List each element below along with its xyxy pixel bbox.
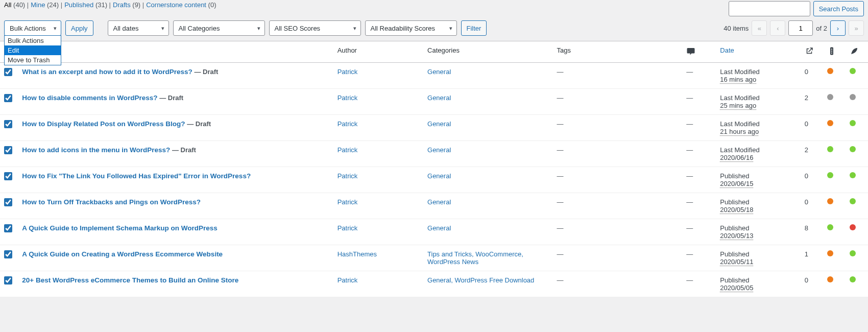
links-count: 0 [805, 276, 808, 284]
table-row: A Quick Guide to Implement Schema Markup… [0, 219, 868, 245]
comments-value: — [686, 198, 693, 206]
post-title-link[interactable]: A Quick Guide to Implement Schema Markup… [22, 224, 218, 232]
comments-value: — [686, 94, 693, 102]
row-checkbox[interactable] [4, 120, 12, 128]
category-link[interactable]: General [427, 120, 451, 128]
apply-button[interactable]: Apply [65, 20, 93, 36]
date-value: 2020/06/15 [720, 180, 753, 187]
date-status: Published [720, 224, 749, 232]
chevron-down-icon: ▾ [353, 25, 356, 32]
seo-score-dot [827, 94, 833, 100]
current-page-input[interactable] [788, 20, 813, 36]
author-link[interactable]: Patrick [337, 198, 358, 206]
column-seo-score[interactable] [823, 41, 846, 63]
bulk-option-edit[interactable]: Edit [5, 45, 61, 55]
seo-filter-select[interactable]: All SEO Scores▾ [269, 20, 361, 36]
readability-score-dot [850, 198, 856, 204]
tags-value: — [557, 146, 564, 154]
date-status: Last Modified [720, 68, 759, 76]
category-link[interactable]: General, WordPress Free Download [427, 276, 534, 284]
feather-icon [850, 46, 859, 56]
author-link[interactable]: Patrick [337, 68, 358, 76]
post-title-link[interactable]: How to disable comments in WordPress? [22, 94, 157, 102]
table-row: 20+ Best WordPress eCommerce Themes to B… [0, 271, 868, 297]
column-readability-score[interactable] [846, 41, 868, 63]
filter-published[interactable]: Published (31) [64, 1, 107, 9]
author-link[interactable]: Patrick [337, 276, 358, 284]
row-checkbox[interactable] [4, 276, 12, 284]
post-title-link[interactable]: How to Display Related Post on WordPress… [22, 120, 185, 128]
readability-score-dot [850, 224, 856, 230]
post-title-link[interactable]: How to Fix "The Link You Followed Has Ex… [22, 172, 251, 180]
row-checkbox[interactable] [4, 198, 12, 206]
column-outgoing-links[interactable] [801, 41, 823, 63]
author-link[interactable]: Patrick [337, 120, 358, 128]
category-link[interactable]: General [427, 146, 451, 154]
filter-cornerstone[interactable]: Cornerstone content (0) [146, 1, 216, 9]
column-comments[interactable] [682, 41, 716, 63]
row-checkbox[interactable] [4, 94, 12, 102]
search-input[interactable] [729, 1, 810, 16]
category-link[interactable]: General [427, 68, 451, 76]
bulk-actions-select[interactable]: Bulk Actions▾ Bulk Actions Edit Move to … [4, 20, 61, 36]
page-next-button[interactable]: › [830, 20, 846, 36]
tags-value: — [557, 68, 564, 76]
filter-mine[interactable]: Mine (24) [31, 1, 59, 9]
post-title-link[interactable]: What is an excerpt and how to add it to … [22, 68, 192, 76]
date-status: Last Modified [720, 120, 759, 128]
chevron-down-icon: ▾ [161, 25, 164, 32]
traffic-light-icon [827, 46, 836, 56]
seo-score-dot [827, 120, 833, 126]
bulk-option-default[interactable]: Bulk Actions [5, 36, 61, 45]
post-title-link[interactable]: 20+ Best WordPress eCommerce Themes to B… [22, 276, 238, 284]
row-checkbox[interactable] [4, 224, 12, 232]
status-filters: All (40) | Mine (24) | Published (31) | … [4, 1, 216, 9]
post-title-link[interactable]: A Quick Guide on Creating a WordPress Ec… [22, 250, 223, 258]
tags-value: — [557, 198, 564, 206]
post-state: — Draft [192, 68, 219, 76]
readability-score-dot [850, 146, 856, 152]
author-link[interactable]: HashThemes [337, 250, 377, 258]
column-categories[interactable]: Categories [423, 41, 553, 63]
bulk-option-trash[interactable]: Move to Trash [5, 55, 61, 65]
column-author[interactable]: Author [333, 41, 423, 63]
category-link[interactable]: General [427, 198, 451, 206]
row-checkbox[interactable] [4, 68, 12, 76]
date-filter-select[interactable]: All dates▾ [108, 20, 169, 36]
author-link[interactable]: Patrick [337, 172, 358, 180]
readability-filter-select[interactable]: All Readability Scores▾ [365, 20, 457, 36]
category-filter-select[interactable]: All Categories▾ [173, 20, 265, 36]
seo-score-dot [827, 276, 833, 282]
comment-icon [686, 46, 695, 56]
category-link[interactable]: Tips and Tricks, WooCommerce, WordPress … [427, 250, 523, 266]
date-status: Last Modified [720, 94, 759, 102]
author-link[interactable]: Patrick [337, 224, 358, 232]
row-checkbox[interactable] [4, 146, 12, 154]
readability-score-dot [850, 172, 856, 178]
column-tags[interactable]: Tags [553, 41, 683, 63]
seo-score-dot [827, 146, 833, 152]
category-link[interactable]: General [427, 94, 451, 102]
links-count: 0 [805, 172, 808, 180]
row-checkbox[interactable] [4, 172, 12, 180]
category-link[interactable]: General [427, 224, 451, 232]
table-row: How to add icons in the menu in WordPres… [0, 141, 868, 167]
post-title-link[interactable]: How to add icons in the menu in WordPres… [22, 146, 170, 154]
author-link[interactable]: Patrick [337, 94, 358, 102]
category-link[interactable]: General [427, 172, 451, 180]
search-posts-button[interactable]: Search Posts [813, 1, 864, 16]
filter-drafts[interactable]: Drafts (9) [113, 1, 140, 9]
table-row: How to Display Related Post on WordPress… [0, 115, 868, 141]
author-link[interactable]: Patrick [337, 146, 358, 154]
filter-button[interactable]: Filter [461, 20, 487, 36]
readability-score-dot [850, 120, 856, 126]
row-checkbox[interactable] [4, 250, 12, 258]
readability-score-dot [850, 250, 856, 256]
links-count: 0 [805, 120, 808, 128]
column-date[interactable]: Date [720, 46, 734, 54]
date-status: Published [720, 250, 749, 258]
post-title-link[interactable]: How to Turn Off Trackbacks and Pings on … [22, 198, 201, 206]
comments-value: — [686, 250, 693, 258]
filter-all[interactable]: All (40) [4, 1, 25, 9]
seo-score-dot [827, 224, 833, 230]
